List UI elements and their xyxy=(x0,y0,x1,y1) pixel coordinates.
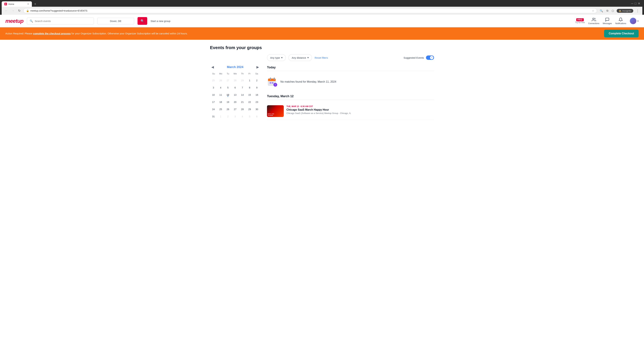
search-input[interactable] xyxy=(35,19,91,22)
calendar-day[interactable]: 1 xyxy=(246,77,253,84)
calendar-day[interactable]: 7 xyxy=(239,84,246,91)
distance-filter-dropdown[interactable]: Any distance ▾ xyxy=(288,54,312,61)
today-section: Today ! xyxy=(267,66,434,90)
calendar-day[interactable]: 5 xyxy=(246,113,253,120)
calendar-day[interactable]: 18 xyxy=(217,98,224,105)
no-events-icon: ! xyxy=(267,76,278,87)
calendar-day[interactable]: 26 xyxy=(217,77,224,84)
avatar-area[interactable]: ▾ xyxy=(630,17,639,24)
tuesday-header: Tuesday, March 12 xyxy=(267,94,434,100)
complete-checkout-button[interactable]: Complete Checkout xyxy=(604,30,639,37)
calendar-day[interactable]: 4 xyxy=(239,113,246,120)
calendar-day[interactable]: 6 xyxy=(254,113,260,120)
type-filter-dropdown[interactable]: Any type ▾ xyxy=(267,54,286,61)
calendar-day[interactable]: 30 xyxy=(254,106,260,113)
meetup-logo[interactable]: meetup xyxy=(5,18,24,24)
event-image: NEW LINETAVERN xyxy=(267,105,284,117)
calendar-prev-button[interactable]: ◀ xyxy=(210,64,215,70)
search-bar[interactable]: 🔍 xyxy=(27,17,94,24)
calendar-day[interactable]: 10 xyxy=(210,91,217,98)
calendar-day[interactable]: 12 xyxy=(224,91,231,98)
event-img-inner: NEW LINETAVERN xyxy=(267,105,284,117)
calendar-day[interactable]: 2 xyxy=(224,113,231,120)
calendar-day[interactable]: 9 xyxy=(254,84,260,91)
maximize-button[interactable]: □ xyxy=(634,2,636,5)
calendar-day[interactable]: 3 xyxy=(232,113,238,120)
connections-button[interactable]: Connections xyxy=(588,17,600,25)
distance-filter-label: Any distance xyxy=(292,56,306,59)
checkout-link[interactable]: complete the checkout process xyxy=(33,32,70,35)
calendar-day[interactable]: 29 xyxy=(239,77,246,84)
notifications-button[interactable]: Notifications xyxy=(615,17,626,25)
alert-text-before: Action Required: Please xyxy=(5,32,33,35)
calendar-day[interactable]: 5 xyxy=(224,84,231,91)
svg-rect-5 xyxy=(274,77,275,80)
search-button[interactable]: 🔍 xyxy=(138,17,147,25)
calendar-day[interactable]: 27 xyxy=(224,77,231,84)
alert-banner: Action Required: Please complete the che… xyxy=(0,27,644,40)
calendar-day[interactable]: 20 xyxy=(232,98,238,105)
calendar-day[interactable]: 13 xyxy=(232,91,238,98)
calendar-day[interactable]: 21 xyxy=(239,98,246,105)
calendar-day[interactable]: 8 xyxy=(246,84,253,91)
profile-icon[interactable]: ⬡ xyxy=(611,8,615,13)
search-icon[interactable]: 🔍 xyxy=(599,8,604,13)
distance-filter-icon: ▾ xyxy=(308,56,309,59)
calendar-day[interactable]: 14 xyxy=(239,91,246,98)
weekday-tu: Tu xyxy=(224,72,232,76)
event-date-time: TUE, MAR 12 · 6:30 AM CST xyxy=(286,105,434,108)
star-icon[interactable]: ☆ xyxy=(592,9,594,12)
tab-close-button[interactable]: ✕ xyxy=(27,3,29,5)
minimize-button[interactable]: ─ xyxy=(631,2,633,5)
calendar-day[interactable]: 11 xyxy=(217,91,224,98)
calendar-day[interactable]: 1 xyxy=(217,113,224,120)
calendar-day[interactable]: 28 xyxy=(239,106,246,113)
back-button[interactable]: ← xyxy=(4,8,9,13)
extensions-icon[interactable]: ⧉ xyxy=(606,8,609,13)
calendar-day[interactable]: 23 xyxy=(254,98,260,105)
suggested-events-toggle[interactable] xyxy=(426,55,434,60)
reset-filters-button[interactable]: Reset filters xyxy=(314,56,328,59)
browser-menu-button[interactable]: ⋮ xyxy=(635,8,640,13)
reload-button[interactable]: ↻ xyxy=(17,8,22,13)
calendar-day[interactable]: 28 xyxy=(232,77,238,84)
calendar-day[interactable]: 3 xyxy=(210,84,217,91)
filters-row: Any type ▾ Any distance ▾ Reset filters … xyxy=(267,54,434,61)
calendar-day[interactable]: 15 xyxy=(246,91,253,98)
new-tab-button[interactable]: + xyxy=(32,1,38,7)
content-layout: ◀ March 2024 ▶ Su Mo Tu We Th Fr Sa xyxy=(210,54,434,124)
notifications-label: Notifications xyxy=(615,22,626,25)
avatar[interactable] xyxy=(630,17,636,24)
events-panel: Any type ▾ Any distance ▾ Reset filters … xyxy=(267,54,434,124)
calendar-day[interactable]: 4 xyxy=(217,84,224,91)
calendar-day[interactable]: 17 xyxy=(210,98,217,105)
start-new-group-button[interactable]: Start a new group xyxy=(150,19,170,22)
messages-icon xyxy=(605,17,610,22)
calendar-day[interactable]: 2 xyxy=(254,77,260,84)
browser-chrome: M Home ✕ + ─ □ ✕ ← → ↻ 🔒 meetup.com/home… xyxy=(0,0,644,15)
pro-badge-area[interactable]: PRO Try for free xyxy=(575,18,585,24)
messages-button[interactable]: Messages xyxy=(603,17,612,25)
browser-tabs: M Home ✕ + ─ □ ✕ xyxy=(2,1,642,7)
calendar-day[interactable]: 25 xyxy=(217,106,224,113)
calendar-day[interactable]: 26 xyxy=(224,106,231,113)
location-display[interactable]: Dover, DE xyxy=(97,18,134,24)
calendar-day[interactable]: 22 xyxy=(246,98,253,105)
calendar-day[interactable]: 31 xyxy=(210,113,217,120)
calendar-day[interactable]: 24 xyxy=(210,106,217,113)
event-card[interactable]: NEW LINETAVERN TUE, MAR 12 · 6:30 AM CST… xyxy=(267,103,434,120)
calendar-day[interactable]: 6 xyxy=(232,84,238,91)
calendar-day[interactable]: 19 xyxy=(224,98,231,105)
active-tab[interactable]: M Home ✕ xyxy=(2,1,32,7)
calendar-day[interactable]: 27 xyxy=(232,106,238,113)
calendar-next-button[interactable]: ▶ xyxy=(255,64,260,70)
type-filter-icon: ▾ xyxy=(281,56,282,59)
avatar-dropdown-icon[interactable]: ▾ xyxy=(637,19,639,23)
calendar-day[interactable]: 16 xyxy=(254,91,260,98)
close-window-button[interactable]: ✕ xyxy=(638,2,640,5)
address-bar[interactable]: 🔒 meetup.com/home/?suggested=true&source… xyxy=(23,8,597,13)
forward-button[interactable]: → xyxy=(10,8,16,13)
calendar-day[interactable]: 25 xyxy=(210,77,217,84)
calendar-day[interactable]: 29 xyxy=(246,106,253,113)
type-filter-label: Any type xyxy=(270,56,280,59)
